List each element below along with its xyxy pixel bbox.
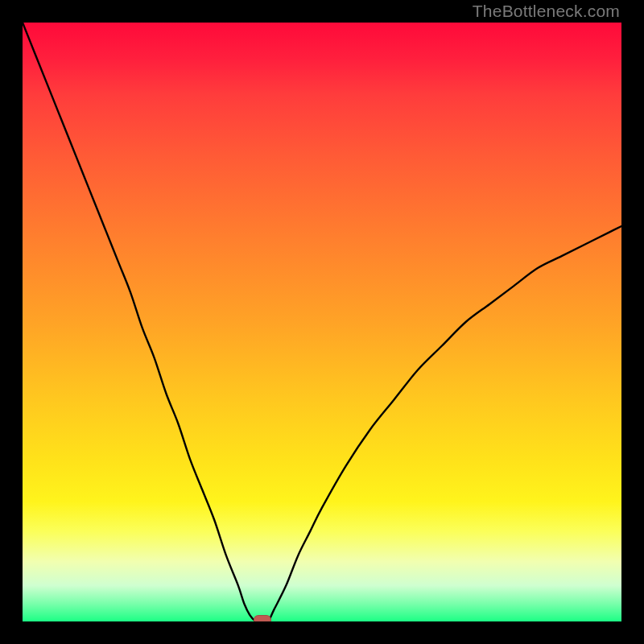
bottleneck-curve <box>23 23 621 621</box>
watermark-text: TheBottleneck.com <box>473 2 620 21</box>
minimum-marker <box>254 615 271 621</box>
chart-frame: TheBottleneck.com <box>0 0 644 644</box>
plot-area <box>23 23 621 621</box>
